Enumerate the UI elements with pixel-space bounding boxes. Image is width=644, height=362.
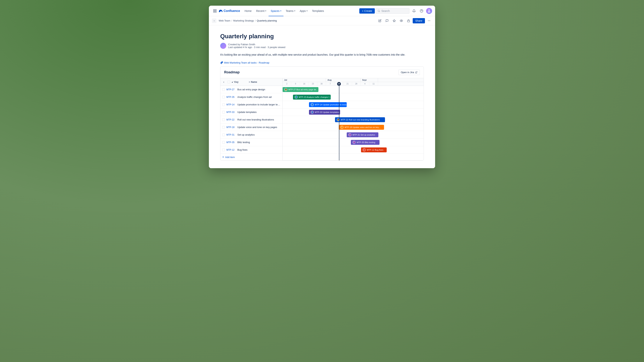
page-stats: Last updated 4 hr ago · 3 min read · 3 p… <box>228 46 286 49</box>
roadmap-link[interactable]: Web Marketing Team all tasks - Roadmap <box>220 61 424 64</box>
logo-text: Confluence <box>224 9 240 13</box>
svg-rect-5 <box>216 10 216 11</box>
gantt-row: 👤MTP-33 Update templates . <box>282 108 424 116</box>
svg-point-16 <box>428 20 428 21</box>
row-name: Bus ad entry page design <box>237 88 280 91</box>
gantt-month-row: Jul Aug Sepr <box>282 78 424 82</box>
gantt-header: Jul Aug Sepr 2 9 16 23 <box>282 78 424 86</box>
row-checkbox[interactable] <box>222 111 225 114</box>
watch-button[interactable] <box>398 18 404 24</box>
gantt-bar[interactable]: 🟣MTP-35 Blitz testing <box>351 140 380 145</box>
row-key: MTP-22 <box>226 118 236 121</box>
gantt-bar[interactable]: 🟠MTP-18 Update voice and ton on key... <box>339 125 384 130</box>
row-key: MTP-35 <box>226 141 236 144</box>
breadcrumb-web-team[interactable]: Web Team <box>219 19 230 22</box>
gantt-date-jul16: 16 <box>300 82 308 86</box>
row-checkbox[interactable] <box>222 88 225 91</box>
gantt-date-sep4: 4 <box>361 82 369 86</box>
svg-rect-7 <box>214 12 215 12</box>
bar-avatar: 🧑 <box>284 88 288 91</box>
create-button[interactable]: + Create <box>359 8 375 14</box>
roadmap-rows-list: MTP-27 Bus ad entry page design MTP-35 A… <box>220 86 282 154</box>
collapse-rows-button[interactable]: ‹ <box>222 80 225 84</box>
row-checkbox[interactable] <box>222 148 225 151</box>
help-button[interactable] <box>418 8 424 14</box>
bar-avatar: 🟣 <box>348 133 352 136</box>
nav-right: Search <box>376 8 432 14</box>
page-content: Quarterly planning Created by Fabian Smi… <box>209 25 435 168</box>
svg-rect-15 <box>408 20 410 22</box>
open-in-jira-button[interactable]: Open in Jira <box>398 70 420 75</box>
bar-avatar: 🔴 <box>362 148 366 152</box>
row-checkbox[interactable] <box>222 134 225 136</box>
svg-point-14 <box>401 20 402 21</box>
gantt-bar[interactable]: 🧑MTP-22 Roll out new branding illustrati… <box>335 117 385 122</box>
comment-button[interactable] <box>384 18 390 24</box>
breadcrumb-marketing-strategy[interactable]: Marketing Strategy <box>233 19 254 22</box>
gantt-month-sep: Sepr <box>361 78 378 82</box>
page-description: It's looking like an exciting year ahead… <box>220 52 424 57</box>
nav-home[interactable]: Home <box>242 6 254 16</box>
app-window: Confluence Home Recent▾ Spaces▾ Teams▾ A… <box>209 6 435 168</box>
svg-point-17 <box>429 20 430 21</box>
user-avatar[interactable] <box>426 8 432 14</box>
help-icon <box>420 9 423 13</box>
row-checkbox[interactable] <box>222 96 225 98</box>
nav-recent[interactable]: Recent▾ <box>254 6 268 16</box>
gantt-bar[interactable]: 👤MTP-23 Analyze traffic changes f... <box>293 95 331 100</box>
more-icon <box>428 19 430 22</box>
notifications-button[interactable] <box>411 8 417 14</box>
gantt-bar[interactable]: 🟣MTP-31 Set up analytics <box>347 132 378 137</box>
search-bar[interactable]: Search <box>376 8 410 14</box>
row-checkbox[interactable] <box>222 126 225 128</box>
row-checkbox[interactable] <box>222 141 225 144</box>
list-icon <box>248 81 250 83</box>
row-checkbox[interactable] <box>222 118 225 121</box>
gantt-bar[interactable]: 🧑MTP-27 Bus ad entry page de... <box>282 87 318 92</box>
edit-button[interactable] <box>377 18 383 24</box>
star-button[interactable] <box>391 18 397 24</box>
row-name: Bug fixes <box>237 148 280 151</box>
svg-point-9 <box>378 10 380 12</box>
gantt-row: 🧑MTP-22 Roll out new branding illustrati… <box>282 116 424 124</box>
row-name: Update voice and tone on key pages <box>237 126 280 128</box>
collapse-sidebar-button[interactable]: ‹ <box>212 18 216 23</box>
svg-marker-13 <box>393 20 395 22</box>
row-key: MTP-31 <box>226 134 236 136</box>
bell-icon <box>412 9 416 13</box>
add-item-button[interactable]: + Add item <box>220 154 282 160</box>
gantt-date-row: 2 9 16 23 30 7 14 <box>282 82 424 86</box>
roadmap-col-header: ‹ Key Name <box>220 78 282 86</box>
header-checkbox[interactable] <box>228 81 230 83</box>
author-name: Created by Fabian Smith <box>228 43 286 46</box>
grid-icon[interactable] <box>212 8 218 14</box>
row-checkbox[interactable] <box>222 103 225 106</box>
gantt-date-aug21: 21 <box>343 82 352 86</box>
page-title: Quarterly planning <box>220 33 424 40</box>
nav-templates[interactable]: Templates <box>310 6 326 16</box>
row-name: Set up analytics <box>237 133 280 136</box>
share-button[interactable]: Share <box>413 18 425 24</box>
roadmap-gantt-panel: Jul Aug Sepr 2 9 16 23 <box>282 78 424 160</box>
gantt-bar[interactable]: 👤MTP-14 Update promotion to inclu... <box>309 102 347 107</box>
bar-avatar: 🧑 <box>336 118 340 122</box>
key-column-header: Key <box>232 81 247 83</box>
roadmap-left-panel: ‹ Key Name <box>220 78 282 160</box>
restrict-button[interactable] <box>406 18 412 24</box>
row-name: Roll out new branding illustrations <box>237 118 280 121</box>
gantt-bar[interactable]: 🔴MTP-12 Bug fixes <box>361 148 387 152</box>
edit-icon <box>378 19 382 22</box>
bar-avatar: 🟠 <box>340 126 344 129</box>
nav-spaces[interactable]: Spaces▾ <box>268 6 284 16</box>
breadcrumb-sep-2: / <box>255 19 256 22</box>
nav-apps[interactable]: Apps▾ <box>298 6 310 16</box>
gantt-bar[interactable]: 👤MTP-33 Update templates . <box>309 110 340 115</box>
more-actions-button[interactable] <box>426 18 432 24</box>
roadmap-row: MTP-12 Bug fixes <box>220 146 282 154</box>
svg-rect-8 <box>216 12 216 12</box>
nav-teams[interactable]: Teams▾ <box>284 6 298 16</box>
confluence-logo[interactable]: Confluence <box>219 9 240 13</box>
gantt-row: 👤MTP-14 Update promotion to inclu... <box>282 101 424 108</box>
jira-icon <box>220 62 223 64</box>
svg-rect-0 <box>214 10 214 10</box>
